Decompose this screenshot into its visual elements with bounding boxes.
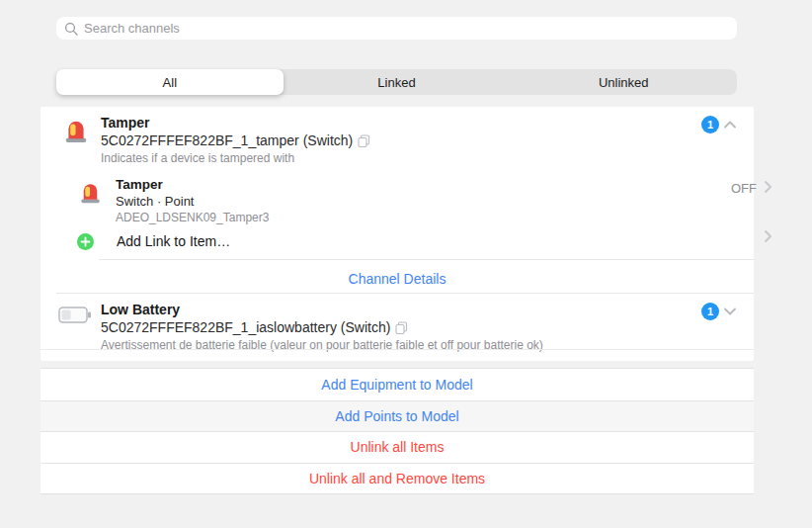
tab-all[interactable]: All <box>56 69 284 95</box>
item-state: OFF <box>722 181 757 196</box>
divider <box>99 259 754 260</box>
channel-lowbattery-header[interactable]: Low Battery 5C0272FFFEF822BF_1_iaslowbat… <box>101 301 543 353</box>
channel-id: 5C0272FFFEF822BF_1_iaslowbattery (Switch… <box>101 318 390 337</box>
chevron-right-icon <box>764 229 772 243</box>
add-circle-icon <box>77 233 94 254</box>
divider <box>41 349 754 350</box>
chevron-up-icon[interactable] <box>723 120 737 130</box>
linked-item-name: ADEO_LDSENK09_Tamper3 <box>116 210 269 225</box>
chevron-down-icon[interactable] <box>723 307 737 316</box>
channels-list: Tamper 5C0272FFFEF822BF_1_tamper (Switch… <box>41 107 754 361</box>
add-points-to-model-button[interactable]: Add Points to Model <box>41 400 754 432</box>
unlink-all-and-remove-items-button[interactable]: Unlink all and Remove Items <box>41 463 754 494</box>
channel-id: 5C0272FFFEF822BF_1_tamper (Switch) <box>101 132 353 150</box>
add-equipment-to-model-button[interactable]: Add Equipment to Model <box>41 369 754 400</box>
divider <box>56 293 754 294</box>
channel-details-link[interactable]: Channel Details <box>41 271 754 287</box>
siren-icon <box>78 180 103 209</box>
channel-title: Tamper <box>101 114 370 132</box>
tab-unlinked[interactable]: Unlinked <box>510 69 737 95</box>
linked-item-meta: Switch · Point <box>116 193 269 210</box>
channel-description: Avertissement de batterie faible (valeur… <box>101 337 543 353</box>
channel-description: Indicates if a device is tampered with <box>101 150 370 166</box>
linked-item-row[interactable]: Tamper Switch · Point ADEO_LDSENK09_Tamp… <box>116 176 269 225</box>
search-input[interactable] <box>84 21 729 36</box>
search-bar[interactable] <box>56 17 737 40</box>
chevron-right-icon <box>764 180 772 194</box>
battery-low-icon <box>58 306 92 328</box>
model-actions: Add Equipment to Model Add Points to Mod… <box>41 368 754 494</box>
channel-filter-tabs: All Linked Unlinked <box>56 69 737 95</box>
siren-icon <box>62 117 90 148</box>
tab-linked[interactable]: Linked <box>284 69 511 95</box>
add-link-to-item-button[interactable]: Add Link to Item… <box>117 233 230 249</box>
search-icon <box>64 22 78 36</box>
link-count-badge: 1 <box>701 303 719 320</box>
channel-tamper-header[interactable]: Tamper 5C0272FFFEF822BF_1_tamper (Switch… <box>101 114 370 166</box>
linked-item-title: Tamper <box>116 176 269 193</box>
channel-title: Low Battery <box>101 301 543 318</box>
link-count-badge: 1 <box>701 116 719 133</box>
unlink-all-items-button[interactable]: Unlink all Items <box>41 431 754 463</box>
copy-icon[interactable] <box>395 321 408 334</box>
copy-icon[interactable] <box>358 134 370 147</box>
